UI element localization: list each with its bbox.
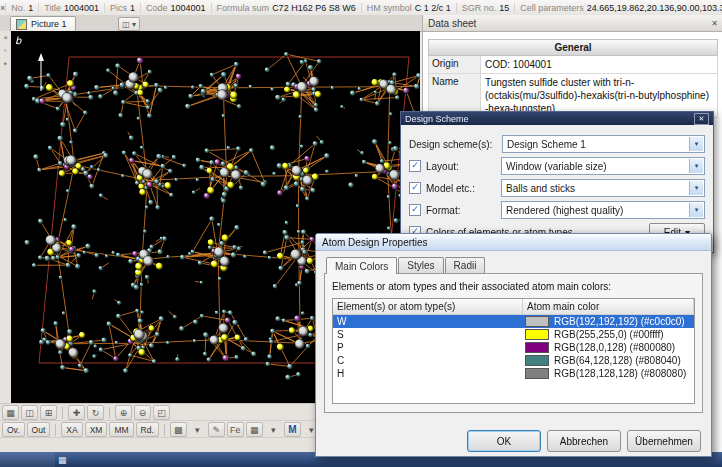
chevron-down-icon[interactable]: ▾ <box>189 422 206 437</box>
layout-checkbox[interactable]: ✓ <box>409 160 421 172</box>
model-label: Model etc.: <box>426 183 496 194</box>
close-icon[interactable]: × <box>3 33 8 42</box>
split-window-icon[interactable]: ◫ <box>21 405 38 420</box>
field-value: 1 <box>28 3 33 13</box>
picture-tab[interactable]: Picture 1 <box>10 16 76 31</box>
format-combobox-value: Rendered (highest quality) <box>506 205 623 216</box>
layout-row: ✓ Layout: Window (variable size) ▾ <box>409 155 705 177</box>
out-button[interactable]: Out <box>27 422 51 437</box>
top-toolbar: × No.1 Title1004001 Pics1 Code1004001 Fo… <box>0 0 722 16</box>
xa-button[interactable]: XA <box>61 422 82 437</box>
row-value: COD: 1004001 <box>481 56 717 73</box>
field-no: No.1 <box>5 3 38 13</box>
ov-button[interactable]: Ov. <box>2 422 25 437</box>
field-value: C72 H162 P6 S8 W6 <box>272 3 356 13</box>
field-value: 1 <box>130 3 135 13</box>
chevron-down-icon[interactable]: ▾ <box>265 422 282 437</box>
element-cell: H <box>333 368 523 379</box>
toolbar-separator <box>62 407 63 419</box>
field-label: Code <box>146 3 168 13</box>
dock-handle-icon: ▪ <box>4 59 7 68</box>
new-view-icon[interactable]: ⊞ <box>40 405 57 420</box>
mm-button[interactable]: MM <box>109 422 133 437</box>
scheme-label: Design scheme(s): <box>409 139 497 150</box>
atom-dialog-titlebar[interactable]: Atom Design Properties <box>316 234 711 251</box>
field-sgr-no: SGR no.15 <box>456 3 515 13</box>
xm-button[interactable]: XM <box>85 422 108 437</box>
chevron-down-icon[interactable]: ▾ <box>689 137 703 151</box>
design-scheme-title: Design Scheme <box>405 114 469 124</box>
layout-label: Layout: <box>426 161 496 172</box>
field-formula-sum: Formula sumC72 H162 P6 S8 W6 <box>211 3 361 13</box>
table-row-s[interactable]: S RGB(255,255,0) (#00ffff) <box>333 328 694 341</box>
close-icon[interactable]: ✕ <box>711 19 718 28</box>
table-row-p[interactable]: P RGB(128,0,128) (#800080) <box>333 341 694 354</box>
zoom-in-icon[interactable]: ⊕ <box>115 405 132 420</box>
column-header-element[interactable]: Element(s) or atom type(s) <box>333 299 523 315</box>
field-label: Title <box>44 3 61 13</box>
color-label: RGB(64,128,128) (#808040) <box>554 355 681 366</box>
color-label: RGB(255,255,0) (#00ffff) <box>554 329 664 340</box>
format-checkbox[interactable]: ✓ <box>409 204 421 216</box>
field-code: Code1004001 <box>140 3 211 13</box>
field-value: 15 <box>499 3 509 13</box>
field-value: 1004001 <box>64 3 99 13</box>
color-swatch <box>525 342 549 353</box>
window-mode-button[interactable]: ◫ ▾ <box>118 17 140 31</box>
rotate-tool-icon[interactable]: ↻ <box>87 405 104 420</box>
chevron-down-icon[interactable]: ▾ <box>689 181 703 195</box>
picture-tab-label: Picture 1 <box>31 19 67 29</box>
dock-handle-icon: ▫ <box>4 46 7 55</box>
model-combobox-value: Balls and sticks <box>506 183 575 194</box>
atom-design-properties-dialog: Atom Design Properties Main Colors Style… <box>315 233 712 457</box>
chevron-down-icon[interactable]: ▾ <box>689 203 703 217</box>
pan-tool-icon[interactable]: ✚ <box>68 405 85 420</box>
pen-style-icon[interactable]: ✎ <box>208 422 225 437</box>
column-header-color[interactable]: Atom main color <box>523 299 694 315</box>
apply-button[interactable]: Übernehmen <box>627 430 701 452</box>
scheme-combobox[interactable]: Design Scheme 1 ▾ <box>502 135 705 153</box>
table-view-icon[interactable]: ▦ <box>246 422 263 437</box>
cancel-button[interactable]: Abbrechen <box>547 430 621 452</box>
picture-icon <box>16 19 27 30</box>
scheme-combobox-value: Design Scheme 1 <box>507 139 586 150</box>
data-sheet-body: General Origin COD: 1004001 Name Tungste… <box>423 32 722 118</box>
tab-radii[interactable]: Radii <box>445 257 486 273</box>
rd-button[interactable]: Rd. <box>136 422 159 437</box>
chevron-down-icon[interactable]: ▾ <box>689 159 703 173</box>
section-header-general: General <box>428 39 718 56</box>
ok-button[interactable]: OK <box>467 430 541 452</box>
atom-dialog-title: Atom Design Properties <box>322 237 428 248</box>
atom-colors-description: Elements or atom types and their associa… <box>332 281 695 292</box>
table-row-w[interactable]: W RGB(192,192,192) (#c0c0c0) <box>333 315 694 328</box>
field-label: Cell parameters <box>520 3 584 13</box>
color-swatch <box>525 368 549 379</box>
color-swatch <box>525 316 549 327</box>
tab-styles[interactable]: Styles <box>398 257 443 273</box>
field-label: Formula sum <box>217 3 270 13</box>
color-label: RGB(192,192,192) (#c0c0c0) <box>554 316 685 327</box>
close-icon[interactable]: ✕ <box>694 113 709 125</box>
design-scheme-titlebar[interactable]: Design Scheme ✕ <box>401 112 713 125</box>
table-row-c[interactable]: C RGB(64,128,128) (#808040) <box>333 354 694 367</box>
table-row-h[interactable]: H RGB(128,128,128) (#808080) <box>333 367 694 380</box>
overview-grid-icon[interactable]: ▦ <box>2 405 19 420</box>
element-symbol-button[interactable]: Fe <box>227 422 244 437</box>
model-combobox[interactable]: Balls and sticks ▾ <box>501 179 705 197</box>
tab-main-colors[interactable]: Main Colors <box>326 257 397 274</box>
fit-view-icon[interactable]: ◰ <box>153 405 170 420</box>
layout-combobox[interactable]: Window (variable size) ▾ <box>501 157 705 175</box>
atom-colors-table[interactable]: Element(s) or atom type(s) Atom main col… <box>332 298 695 404</box>
field-title: Title1004001 <box>38 3 104 13</box>
measurement-button[interactable]: M <box>284 422 301 437</box>
field-value: 1004001 <box>171 3 206 13</box>
color-table-icon[interactable]: ▩ <box>170 422 187 437</box>
scheme-select-row: Design scheme(s): Design Scheme 1 ▾ <box>409 133 705 155</box>
format-combobox[interactable]: Rendered (highest quality) ▾ <box>501 201 705 219</box>
model-checkbox[interactable]: ✓ <box>409 182 421 194</box>
color-swatch <box>525 329 549 340</box>
zoom-out-icon[interactable]: ⊖ <box>134 405 151 420</box>
color-swatch <box>525 355 549 366</box>
toolbar-separator <box>164 424 165 436</box>
model-row: ✓ Model etc.: Balls and sticks ▾ <box>409 177 705 199</box>
